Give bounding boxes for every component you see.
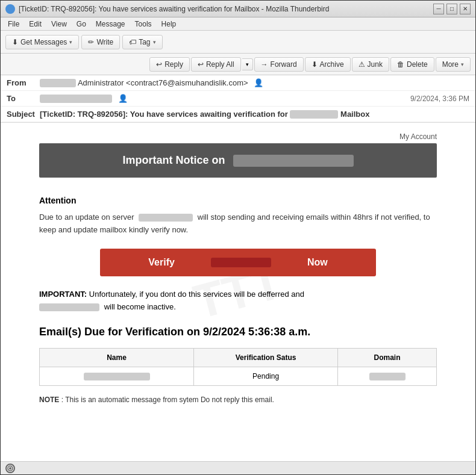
svg-point-1 [9,467,11,470]
domain-blurred [369,373,406,380]
verify-btn-container: Verify Now [39,249,437,276]
close-button[interactable]: ✕ [460,4,471,14]
more-label: More [442,60,459,69]
menu-help[interactable]: Help [157,19,181,29]
subject-suffix: Mailbox [340,110,369,119]
status-bar [1,461,475,474]
tag-icon: 🏷 [129,38,136,46]
tag-dropdown-arrow[interactable]: ▾ [153,39,156,45]
reply-button[interactable]: ↩ Reply [149,57,190,72]
subject-label: Subject [7,110,40,119]
menu-file[interactable]: File [3,19,24,29]
from-value: Administrator <contract76@aismuhandislik… [40,78,469,87]
app-icon [5,4,15,14]
banner-blurred [233,155,354,167]
table-cell-status: Pending [194,367,338,385]
email-body-wrapper: TTT My Account Important Notice on Atten… [1,123,475,461]
main-window: [TicketID: TRQ-892056]: You have service… [0,0,476,475]
reply-icon: ↩ [156,60,162,69]
from-blurred [40,79,76,87]
from-label: From [7,78,40,87]
forward-label: Forward [271,60,297,69]
verify-label: Verify [148,257,175,268]
to-contact-icon[interactable]: 👤 [118,94,128,103]
write-button[interactable]: ✏ Write [81,35,120,49]
subject-prefix: [TicketID: TRQ-892056]: You have service… [40,110,288,119]
get-messages-label: Get Messages [20,38,67,46]
get-messages-icon: ⬇ [12,38,18,46]
from-email: Administrator <contract76@aismuhandislik… [78,78,248,87]
menu-tools[interactable]: Tools [130,19,157,29]
reply-all-label: Reply All [206,60,234,69]
delete-button[interactable]: 🗑 Delete [390,57,434,72]
action-bar: ↩ Reply ↩ Reply All ▾ → Forward ⬇ Archiv… [1,54,475,75]
attention-title: Attention [39,196,437,205]
archive-icon: ⬇ [312,60,318,69]
status-value: Pending [252,372,279,380]
email-date: 9/2/2024, 3:36 PM [410,95,469,103]
write-label: Write [96,38,113,46]
menu-go[interactable]: Go [72,19,91,29]
note-text: : This is an automatic message from syte… [61,396,274,404]
archive-button[interactable]: ⬇ Archive [305,57,351,72]
important-continuation: will become inactive. [104,302,176,311]
note-label: NOTE [39,396,59,404]
tag-label: Tag [139,38,150,46]
signal-icon [7,465,14,472]
reply-all-button[interactable]: ↩ Reply All [191,57,241,72]
table-header-domain: Domain [338,348,437,367]
more-button[interactable]: More ▾ [436,57,471,72]
body-blurred [139,214,193,222]
to-blurred [40,95,112,103]
body-paragraph: Due to an update on server [39,213,134,222]
get-messages-button[interactable]: ⬇ Get Messages ▾ [5,35,79,49]
window-title: [TicketID: TRQ-892056]: You have service… [19,5,433,13]
table-header-name: Name [40,348,194,367]
important-section: IMPORTANT: Unfortunately, if you dont do… [39,288,437,314]
email-headers: From Administrator <contract76@aismuhand… [1,75,475,123]
junk-label: Junk [368,60,383,69]
verify-now-label: Now [307,257,328,268]
subject-value: [TicketID: TRQ-892056]: You have service… [40,110,469,119]
important-label: IMPORTANT: [39,290,87,299]
email-content: My Account Important Notice on Attention… [27,123,449,416]
subject-row: Subject [TicketID: TRQ-892056]: You have… [1,107,475,122]
toolbar: ⬇ Get Messages ▾ ✏ Write 🏷 Tag ▾ [1,31,475,54]
forward-icon: → [261,60,268,69]
forward-button[interactable]: → Forward [254,57,304,72]
reply-all-icon: ↩ [198,60,204,69]
to-label: To [7,94,40,103]
table-header-status: Verification Satus [194,348,338,367]
write-icon: ✏ [88,38,94,46]
reply-all-dropdown[interactable]: ▾ [242,58,253,70]
important-blurred [39,303,99,311]
menu-edit[interactable]: Edit [24,19,46,29]
table-cell-domain [338,367,437,385]
verify-button[interactable]: Verify Now [100,249,375,276]
get-messages-dropdown-arrow[interactable]: ▾ [69,39,72,45]
menu-bar: File Edit View Go Message Tools Help [1,17,475,31]
reply-label: Reply [164,60,183,69]
verification-heading: Email(s) Due for Verification on 9/2/202… [39,325,437,339]
contact-icon[interactable]: 👤 [254,78,263,87]
junk-icon: ⚠ [359,60,365,69]
connection-icon [5,464,15,473]
menu-view[interactable]: View [46,19,72,29]
from-row: From Administrator <contract76@aismuhand… [1,75,475,91]
tag-button[interactable]: 🏷 Tag ▾ [122,35,162,49]
content-section: Attention Due to an update on server wil… [39,190,437,410]
verification-table: Name Verification Satus Domain Pending [39,348,437,386]
banner-text: Important Notice on [122,154,225,166]
note-section: NOTE : This is an automatic message from… [39,396,437,404]
minimize-button[interactable]: ─ [433,4,444,14]
table-header-row: Name Verification Satus Domain [40,348,437,367]
more-dropdown-arrow: ▾ [461,61,464,67]
junk-button[interactable]: ⚠ Junk [352,57,389,72]
my-account-label: My Account [399,132,437,141]
important-text: Unfortunately, if you dont do this servi… [89,290,304,299]
verify-blurred [211,258,271,267]
delete-label: Delete [407,60,428,69]
menu-message[interactable]: Message [91,19,130,29]
maximize-button[interactable]: □ [446,4,457,14]
subject-blurred [290,110,338,119]
